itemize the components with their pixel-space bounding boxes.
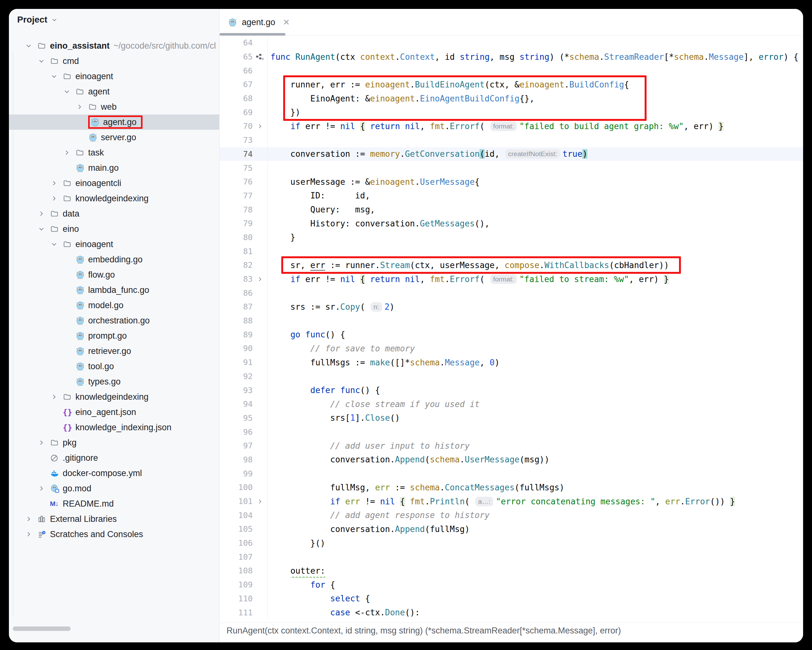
fold-expand-icon[interactable] <box>253 498 267 505</box>
horizontal-scrollbar[interactable] <box>13 626 71 631</box>
tree-item-einoagent[interactable]: einoagent <box>9 69 219 84</box>
chevron-down-icon[interactable] <box>37 57 50 65</box>
tree-item-go-mod[interactable]: go.mod <box>9 481 219 496</box>
tree-item-prompt-go[interactable]: prompt.go <box>9 328 219 344</box>
code-line-64[interactable]: 64 <box>220 36 803 50</box>
tree-item-main-go[interactable]: main.go <box>9 160 219 175</box>
tree-item-flow-go[interactable]: flow.go <box>9 267 219 282</box>
code-line-73[interactable]: 73 <box>220 133 803 147</box>
code-line-109[interactable]: 109 for { <box>220 578 803 592</box>
tree-item--gitignore[interactable]: .gitignore <box>9 450 219 466</box>
tree-item-data[interactable]: data <box>9 206 219 221</box>
code-line-110[interactable]: 110 select { <box>220 592 803 606</box>
code-line-79[interactable]: 79 History: conversation.GetMessages(), <box>220 216 803 231</box>
code-line-100[interactable]: 100 fullMsg, err := schema.ConcatMessage… <box>220 481 803 495</box>
parameter-hint: n: <box>371 302 382 312</box>
tree-item-agent-go[interactable]: agent.go <box>9 114 219 130</box>
code-line-75[interactable]: 75 <box>220 161 803 175</box>
code-line-91[interactable]: 91 fullMsgs := make([]*schema.Message, 0… <box>220 356 803 370</box>
tree-item-eino-assistant[interactable]: eino_assistant~/gocode/src/github.com/cl <box>9 38 219 53</box>
code-line-70[interactable]: 70 if err != nil { return nil, fmt.Error… <box>220 119 803 133</box>
chevron-down-icon[interactable] <box>37 225 50 233</box>
tree-item-knowledgeindexing[interactable]: knowledgeindexing <box>9 389 219 405</box>
code-line-89[interactable]: 89 go func() { <box>220 327 803 341</box>
code-line-95[interactable]: 95 srs[1].Close() <box>220 411 803 425</box>
tree-item-scratches-and-consoles[interactable]: Scratches and Consoles <box>9 527 219 542</box>
tree-item-pkg[interactable]: pkg <box>9 435 219 450</box>
chevron-right-icon[interactable] <box>50 179 63 187</box>
code-line-77[interactable]: 77 ID: id, <box>220 189 803 203</box>
tree-item-docker-compose-yml[interactable]: docker-compose.yml <box>9 466 219 481</box>
code-line-88[interactable]: 88 <box>220 314 803 328</box>
tree-item-content: model.go <box>75 298 124 312</box>
tree-item-task[interactable]: task <box>9 145 219 160</box>
code-line-96[interactable]: 96 <box>220 425 803 439</box>
chevron-right-icon[interactable] <box>24 515 37 523</box>
code-line-99[interactable]: 99 <box>220 466 803 481</box>
project-header[interactable]: Project <box>17 15 58 25</box>
code-line-90[interactable]: 90 // for save to memory <box>220 341 803 356</box>
tree-item-knowledge-indexing-json[interactable]: {}knowledge_indexing.json <box>9 420 219 435</box>
tree-item-eino[interactable]: eino <box>9 221 219 237</box>
tree-item-content: cmd <box>50 54 79 68</box>
code-line-101[interactable]: 101 if err != nil { fmt.Println( a…:"err… <box>220 495 803 508</box>
tree-item-types-go[interactable]: types.go <box>9 374 219 389</box>
code-line-106[interactable]: 106 }() <box>220 536 803 550</box>
code-line-87[interactable]: 87 srs := sr.Copy( n:2) <box>220 300 803 314</box>
code-text: srs[1].Close() <box>267 411 803 425</box>
chevron-right-icon[interactable] <box>50 194 63 202</box>
chevron-right-icon[interactable] <box>50 393 63 401</box>
tree-item-cmd[interactable]: cmd <box>9 53 219 69</box>
chevron-down-icon[interactable] <box>50 240 63 248</box>
chevron-down-icon[interactable] <box>50 16 58 24</box>
tree-item-einoagentcli[interactable]: einoagentcli <box>9 175 219 191</box>
tree-item-model-go[interactable]: model.go <box>9 298 219 313</box>
tab-agent-go[interactable]: agent.go ✕ <box>220 9 297 36</box>
code-line-86[interactable]: 86 <box>220 286 803 300</box>
chevron-right-icon[interactable] <box>24 530 37 538</box>
chevron-down-icon[interactable] <box>50 72 63 81</box>
chevron-right-icon[interactable] <box>37 210 50 218</box>
tree-item-orchestration-go[interactable]: orchestration.go <box>9 313 219 328</box>
code-line-105[interactable]: 105 conversation.Append(fullMsg) <box>220 522 803 536</box>
code-line-80[interactable]: 80 } <box>220 231 803 245</box>
tree-item-readme-md[interactable]: M↓README.md <box>9 496 219 511</box>
chevron-right-icon[interactable] <box>37 438 50 447</box>
code-line-111[interactable]: 111 case <-ctx.Done(): <box>220 606 803 620</box>
usages-gutter-icon[interactable] <box>253 53 267 60</box>
line-number: 98 <box>220 455 253 464</box>
tree-item-retriever-go[interactable]: retriever.go <box>9 344 219 359</box>
tree-item-lambda-func-go[interactable]: lambda_func.go <box>9 282 219 298</box>
code-line-78[interactable]: 78 Query: msg, <box>220 202 803 216</box>
code-line-92[interactable]: 92 <box>220 370 803 384</box>
tree-item-external-libraries[interactable]: External Libraries <box>9 511 219 527</box>
tree-item-server-go[interactable]: server.go <box>9 130 219 145</box>
tree-item-knowledgeindexing[interactable]: knowledgeindexing <box>9 191 219 206</box>
chevron-down-icon[interactable] <box>24 42 37 50</box>
code-line-65[interactable]: 65func RunAgent(ctx context.Context, id … <box>220 50 803 64</box>
tree-item-tool-go[interactable]: tool.go <box>9 359 219 374</box>
tree-item-embedding-go[interactable]: embedding.go <box>9 252 219 267</box>
tree-item-einoagent[interactable]: einoagent <box>9 237 219 252</box>
code-line-108[interactable]: 108 outter: <box>220 564 803 578</box>
code-line-93[interactable]: 93 defer func() { <box>220 383 803 397</box>
chevron-right-icon[interactable] <box>37 484 50 493</box>
chevron-down-icon[interactable] <box>63 87 75 96</box>
tree-item-web[interactable]: web <box>9 99 219 114</box>
code-line-74[interactable]: 74 conversation := memory.GetConversatio… <box>220 147 803 161</box>
code-line-107[interactable]: 107 <box>220 550 803 564</box>
code-line-104[interactable]: 104 // add agent response to history <box>220 508 803 522</box>
chevron-right-icon[interactable] <box>63 149 75 157</box>
code-line-76[interactable]: 76 userMessage := &einoagent.UserMessage… <box>220 175 803 189</box>
tree-item-eino-agent-json[interactable]: {}eino_agent.json <box>9 405 219 420</box>
fold-expand-icon[interactable] <box>253 122 267 130</box>
code-line-97[interactable]: 97 // add user input to history <box>220 439 803 453</box>
code-line-94[interactable]: 94 // close stream if you used it <box>220 397 803 411</box>
fold-expand-icon[interactable] <box>253 276 267 283</box>
chevron-right-icon[interactable] <box>75 103 88 111</box>
code-editor[interactable]: 6465func RunAgent(ctx context.Context, i… <box>220 36 803 623</box>
close-icon[interactable]: ✕ <box>283 17 290 27</box>
code-line-83[interactable]: 83 if err != nil { return nil, fmt.Error… <box>220 272 803 286</box>
code-line-98[interactable]: 98 conversation.Append(schema.UserMessag… <box>220 453 803 467</box>
tree-item-agent[interactable]: agent <box>9 84 219 99</box>
